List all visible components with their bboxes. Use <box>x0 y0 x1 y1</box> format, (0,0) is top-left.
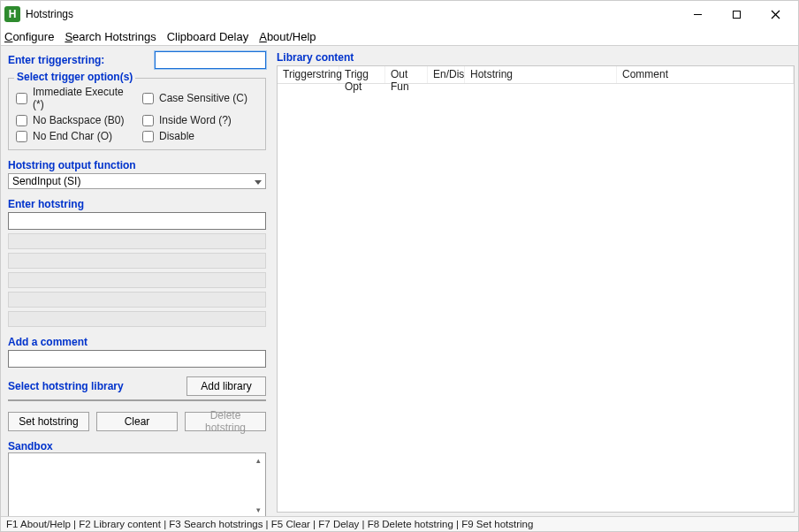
svg-rect-1 <box>733 11 740 18</box>
statusbar-text: F1 About/Help | F2 Library content | F3 … <box>6 519 533 529</box>
opt-case-checkbox[interactable] <box>142 93 154 104</box>
add-comment-label: Add a comment <box>8 336 266 348</box>
trigger-options-fieldset: Select trigger option(s) Immediate Execu… <box>8 78 266 150</box>
set-hotstring-button[interactable]: Set hotstring <box>8 412 89 431</box>
clear-button[interactable]: Clear <box>96 412 178 431</box>
maximize-button[interactable] <box>717 1 756 27</box>
menu-clipboard-delay[interactable]: Clipboard Delay <box>167 30 249 43</box>
output-function-value: SendInput (SI) <box>12 175 80 187</box>
opt-noendchar-checkbox[interactable] <box>16 131 27 142</box>
opt-no-backspace[interactable]: No Backspace (B0) <box>16 114 132 126</box>
menu-search-hotstrings[interactable]: Search Hotstrings <box>65 30 156 43</box>
opt-immediate-execute[interactable]: Immediate Execute (*) <box>16 86 132 110</box>
delete-hotstring-button[interactable]: Delete hotstring <box>185 412 266 431</box>
triggerstring-input[interactable] <box>155 51 266 69</box>
opt-case-label: Case Sensitive (C) <box>159 92 247 104</box>
opt-insideword-checkbox[interactable] <box>142 115 154 126</box>
hotstring-line[interactable] <box>8 292 266 308</box>
app-icon: H <box>4 6 20 22</box>
col-trigg-opt[interactable]: Trigg Opt <box>339 66 385 83</box>
window-controls <box>678 1 795 27</box>
library-content-label: Library content <box>277 51 795 64</box>
menu-configure[interactable]: Configure <box>4 30 54 43</box>
col-en-dis[interactable]: En/Dis <box>428 66 465 83</box>
opt-disable-label: Disable <box>159 130 194 142</box>
hotstring-line[interactable] <box>8 233 266 249</box>
left-panel: Enter triggerstring: Select trigger opti… <box>1 46 273 516</box>
comment-input[interactable] <box>8 350 266 368</box>
menu-about-help[interactable]: About/Help <box>259 30 316 43</box>
library-select[interactable] <box>8 399 266 401</box>
scroll-up-icon[interactable]: ▴ <box>253 455 263 466</box>
sandbox-textarea[interactable]: ▴ ▾ <box>8 452 266 516</box>
titlebar: H Hotstrings <box>1 1 798 27</box>
col-hotstring[interactable]: Hotstring <box>465 66 617 83</box>
triggerstring-row: Enter triggerstring: <box>8 51 266 69</box>
sandbox-label: Sandbox <box>8 440 266 452</box>
col-comment[interactable]: Comment <box>617 66 794 83</box>
opt-nobackspace-label: No Backspace (B0) <box>33 114 124 126</box>
opt-no-end-char[interactable]: No End Char (O) <box>16 130 132 142</box>
scroll-down-icon[interactable]: ▾ <box>253 505 263 515</box>
content-area: Enter triggerstring: Select trigger opti… <box>1 46 798 516</box>
opt-noendchar-label: No End Char (O) <box>33 130 112 142</box>
hotstring-line[interactable] <box>8 253 266 269</box>
opt-disable-checkbox[interactable] <box>142 131 154 142</box>
minimize-button[interactable] <box>678 1 717 27</box>
window-title: Hotstrings <box>26 8 73 20</box>
enter-hotstring-label: Enter hotstring <box>8 198 266 210</box>
opt-case-sensitive[interactable]: Case Sensitive (C) <box>142 86 258 110</box>
opt-insideword-label: Inside Word (?) <box>159 114 232 126</box>
menubar: Configure Search Hotstrings Clipboard De… <box>1 27 798 46</box>
close-button[interactable] <box>756 1 795 27</box>
grid-header: Triggerstring Trigg Opt Out Fun En/Dis H… <box>278 66 794 84</box>
opt-nobackspace-checkbox[interactable] <box>16 115 27 126</box>
select-library-label: Select hotstring library <box>8 380 124 392</box>
output-function-select[interactable]: SendInput (SI) <box>8 173 266 189</box>
library-content-grid[interactable]: Triggerstring Trigg Opt Out Fun En/Dis H… <box>277 65 795 513</box>
opt-immediate-checkbox[interactable] <box>16 93 27 104</box>
trigger-options-legend: Select trigger option(s) <box>14 71 135 83</box>
opt-disable[interactable]: Disable <box>142 130 258 142</box>
app-window: H Hotstrings Configure Search Hotstrings… <box>0 0 799 532</box>
right-panel: Library content Triggerstring Trigg Opt … <box>273 46 798 516</box>
enter-triggerstring-label: Enter triggerstring: <box>8 54 104 66</box>
hotstring-line[interactable] <box>8 311 266 327</box>
opt-immediate-label: Immediate Execute (*) <box>33 86 132 110</box>
statusbar: F1 About/Help | F2 Library content | F3 … <box>1 516 798 531</box>
opt-inside-word[interactable]: Inside Word (?) <box>142 114 258 126</box>
add-library-button[interactable]: Add library <box>186 376 266 396</box>
hotstring-input[interactable] <box>8 212 266 230</box>
col-out-fun[interactable]: Out Fun <box>385 66 428 83</box>
hotstring-extra-lines <box>8 233 266 327</box>
col-triggerstring[interactable]: Triggerstring <box>278 66 339 83</box>
hotstring-line[interactable] <box>8 272 266 288</box>
output-function-label: Hotstring output function <box>8 159 266 171</box>
